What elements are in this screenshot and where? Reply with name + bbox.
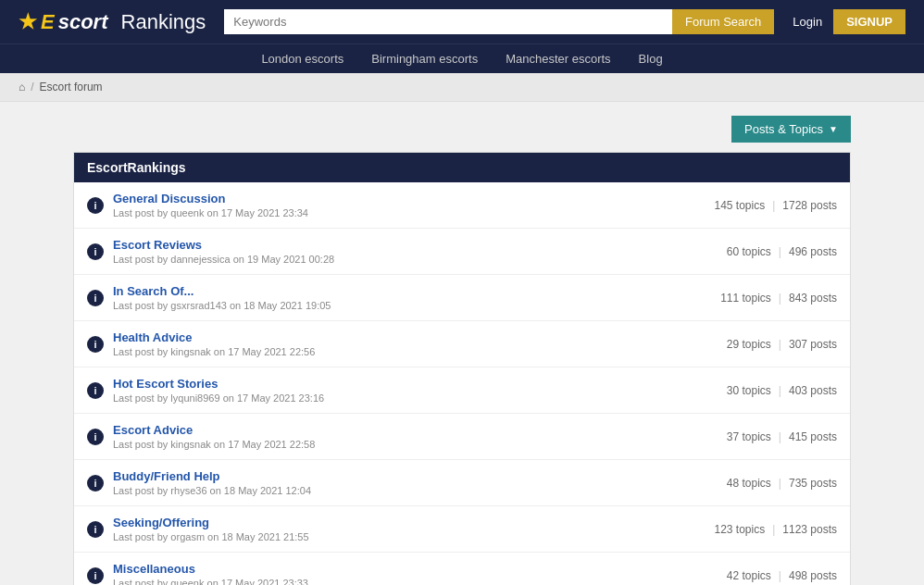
forum-row-lastpost: Last post by kingsnak on 17 May 2021 22:… [113, 439, 718, 450]
forum-row-icon: i [87, 197, 104, 214]
nav-blog[interactable]: Blog [639, 52, 663, 66]
forum-section: EscortRankings i General Discussion Last… [73, 152, 851, 585]
forum-row-lastpost: Last post by rhyse36 on 18 May 2021 12:0… [113, 485, 718, 496]
forum-row-info: Health Advice Last post by kingsnak on 1… [113, 330, 718, 357]
search-input[interactable] [224, 9, 672, 34]
forum-row-posts: 843 posts [789, 292, 837, 305]
forum-row-lastpost: Last post by queenk on 17 May 2021 23:34 [113, 207, 705, 218]
forum-row-topics: 145 topics [714, 199, 765, 212]
breadcrumb-current: Escort forum [40, 81, 103, 93]
forum-row-title[interactable]: General Discussion [113, 192, 225, 205]
logo[interactable]: ★Escort Rankings [19, 10, 206, 34]
forum-row-posts: 498 posts [789, 569, 837, 582]
forum-row-topics: 30 topics [727, 384, 771, 397]
forum-row: i Hot Escort Stories Last post by lyquni… [74, 367, 850, 414]
forum-row-title[interactable]: In Search Of... [113, 284, 194, 298]
forum-row-stats: 29 topics | 307 posts [727, 338, 837, 351]
forum-row-icon: i [87, 475, 104, 492]
forum-row-info: Buddy/Friend Help Last post by rhyse36 o… [113, 469, 718, 496]
forum-row-title[interactable]: Buddy/Friend Help [113, 469, 220, 483]
forum-row-stats: 111 topics | 843 posts [720, 292, 837, 305]
forum-row-topics: 37 topics [727, 430, 771, 443]
stat-divider: | [779, 384, 781, 397]
forum-row-info: In Search Of... Last post by gsxrsrad143… [113, 284, 711, 311]
forum-section-header: EscortRankings [74, 153, 850, 182]
forum-row-title[interactable]: Hot Escort Stories [113, 377, 218, 391]
forum-row: i Health Advice Last post by kingsnak on… [74, 321, 850, 367]
forum-row: i Miscellaneous Last post by queenk on 1… [74, 553, 850, 585]
forum-row: i Escort Advice Last post by kingsnak on… [74, 414, 850, 460]
forum-row-info: Escort Reviews Last post by dannejessica… [113, 238, 718, 265]
toolbar: Posts & Topics [73, 116, 851, 143]
forum-row-posts: 403 posts [789, 384, 837, 397]
forum-row-lastpost: Last post by gsxrsrad143 on 18 May 2021 … [113, 300, 711, 311]
forum-row-lastpost: Last post by queenk on 17 May 2021 23:33 [113, 578, 718, 585]
stat-divider: | [779, 292, 781, 305]
forum-row-topics: 48 topics [727, 477, 771, 490]
forum-row-info: Miscellaneous Last post by queenk on 17 … [113, 562, 718, 585]
breadcrumb: ⌂ / Escort forum [0, 73, 924, 102]
forum-row-icon: i [87, 429, 104, 445]
forum-row-topics: 111 topics [720, 292, 771, 305]
forum-row-posts: 1728 posts [782, 199, 837, 212]
forum-row-title[interactable]: Seeking/Offering [113, 516, 209, 529]
forum-row-info: Seeking/Offering Last post by orgasm on … [113, 516, 705, 542]
breadcrumb-separator: / [31, 81, 33, 93]
stat-divider: | [779, 430, 781, 443]
home-icon[interactable]: ⌂ [19, 81, 25, 93]
forum-row-lastpost: Last post by orgasm on 18 May 2021 21:55 [113, 531, 705, 542]
forum-row-lastpost: Last post by dannejessica on 19 May 2021… [113, 254, 718, 265]
stat-divider: | [779, 569, 781, 582]
forum-row-posts: 496 posts [789, 245, 837, 258]
forum-row-stats: 145 topics | 1728 posts [714, 199, 837, 212]
posts-topics-button[interactable]: Posts & Topics [731, 116, 851, 143]
signup-button[interactable]: SIGNUP [833, 9, 905, 34]
forum-row-posts: 415 posts [789, 430, 837, 443]
forum-row: i Escort Reviews Last post by dannejessi… [74, 229, 850, 275]
stat-divider: | [772, 199, 775, 212]
stat-divider: | [779, 245, 781, 258]
header-actions: Login SIGNUP [793, 9, 905, 34]
stat-divider: | [779, 477, 781, 490]
forum-row-title[interactable]: Miscellaneous [113, 562, 195, 576]
forum-row-icon: i [87, 336, 104, 353]
stat-divider: | [772, 523, 775, 536]
forum-search-button[interactable]: Forum Search [672, 9, 774, 34]
forum-row: i Seeking/Offering Last post by orgasm o… [74, 506, 850, 553]
forum-row-icon: i [87, 567, 104, 584]
header: ★Escort Rankings Forum Search Login SIGN… [0, 0, 924, 44]
forum-row: i Buddy/Friend Help Last post by rhyse36… [74, 460, 850, 506]
forum-rows-container: i General Discussion Last post by queenk… [74, 182, 850, 585]
logo-e: E [41, 10, 55, 34]
forum-row-posts: 307 posts [789, 338, 837, 351]
nav-birmingham-escorts[interactable]: Birmingham escorts [371, 52, 478, 66]
forum-row-stats: 42 topics | 498 posts [727, 569, 837, 582]
search-area: Forum Search [224, 9, 774, 34]
forum-row-info: General Discussion Last post by queenk o… [113, 192, 705, 218]
main-content: Posts & Topics EscortRankings i General … [64, 102, 860, 585]
forum-row-title[interactable]: Escort Reviews [113, 238, 202, 252]
forum-row-topics: 29 topics [727, 338, 771, 351]
forum-row-title[interactable]: Escort Advice [113, 423, 193, 437]
forum-row-icon: i [87, 382, 104, 399]
login-link[interactable]: Login [793, 15, 822, 29]
forum-row: i General Discussion Last post by queenk… [74, 182, 850, 229]
logo-star-icon: ★ [19, 10, 37, 34]
nav-manchester-escorts[interactable]: Manchester escorts [506, 52, 610, 66]
forum-row-title[interactable]: Health Advice [113, 330, 193, 344]
nav-london-escorts[interactable]: London escorts [261, 52, 343, 66]
forum-row-lastpost: Last post by kingsnak on 17 May 2021 22:… [113, 346, 718, 357]
forum-row-posts: 1123 posts [782, 523, 837, 536]
forum-row-icon: i [87, 521, 104, 538]
forum-row-stats: 30 topics | 403 posts [727, 384, 837, 397]
forum-row-info: Hot Escort Stories Last post by lyquni89… [113, 377, 718, 404]
forum-row-topics: 60 topics [727, 245, 771, 258]
forum-row-stats: 48 topics | 735 posts [727, 477, 837, 490]
forum-row-topics: 42 topics [727, 569, 771, 582]
forum-row: i In Search Of... Last post by gsxrsrad1… [74, 275, 850, 321]
forum-row-icon: i [87, 290, 104, 306]
logo-scort: scort [58, 10, 108, 34]
nav-bar: London escorts Birmingham escorts Manche… [0, 44, 924, 73]
forum-row-info: Escort Advice Last post by kingsnak on 1… [113, 423, 718, 450]
forum-row-topics: 123 topics [714, 523, 765, 536]
